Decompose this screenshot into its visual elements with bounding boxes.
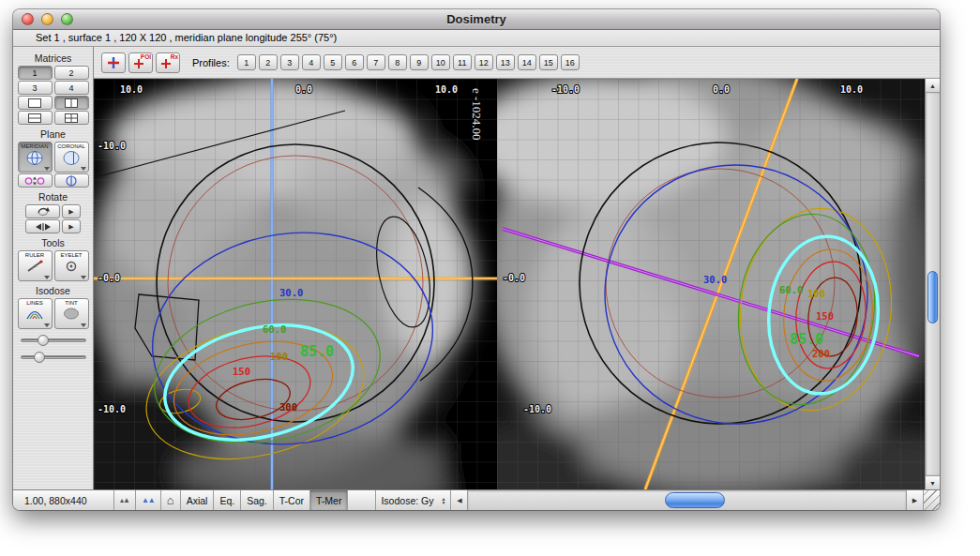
matrix-2-button[interactable]: 2 <box>54 66 89 80</box>
profile-13-button[interactable]: 13 <box>496 54 515 70</box>
rotate-longitude-step-button[interactable]: ▶ <box>62 204 81 218</box>
vertical-scroll-thumb[interactable] <box>927 271 938 323</box>
isodose-lines-button[interactable]: LINES <box>18 298 53 329</box>
home-view-button[interactable]: ⌂ <box>161 490 181 510</box>
title-bar[interactable]: Dosimetry <box>13 9 940 30</box>
isodose-units-dropdown[interactable]: Isodose: Gy ▲▼ <box>376 490 451 510</box>
slider-thumb[interactable] <box>34 352 45 363</box>
axis-label: 10.0 <box>435 84 458 95</box>
rotate-longitude-button[interactable] <box>25 204 60 218</box>
dropdown-arrow-icon <box>44 323 50 327</box>
zoom-button[interactable] <box>61 13 73 25</box>
meridian-view-panel[interactable]: 10.0 0.0 10.0 -10.0 -0.0 -10.0 30.0 60.0… <box>94 79 497 489</box>
view-axial-button[interactable]: Axial <box>181 490 215 510</box>
vertical-scrollbar[interactable]: ▲ ▼ <box>925 79 940 489</box>
slider-thumb[interactable] <box>38 335 49 346</box>
axis-label: -10.0 <box>551 84 580 95</box>
meridian-plane-button[interactable]: MERIDIAN <box>18 142 53 173</box>
hounsfield-label: e -1024.00 <box>470 88 484 141</box>
profile-7-button[interactable]: 7 <box>367 54 385 70</box>
ruler-tool-button[interactable]: RULER <box>18 250 53 281</box>
layout-two-horizontal-button[interactable] <box>18 111 53 125</box>
coronal-view-panel[interactable]: -10.0 0.0 10.0 -0.0 -10.0 30.0 60.0 100 … <box>497 79 925 489</box>
scroll-down-button[interactable]: ▼ <box>926 475 940 489</box>
circle-vertical-line-icon <box>64 175 79 187</box>
add-rx-point-button[interactable]: Rx <box>156 53 180 73</box>
dose-label-60: 60.0 <box>263 323 286 335</box>
dose-label-150: 150 <box>816 310 834 322</box>
rotate-vertical-icon <box>36 206 51 218</box>
matrix-1-button[interactable]: 1 <box>18 66 53 80</box>
isodose-lines-slider[interactable] <box>21 334 86 346</box>
left-arrow-icon: ◀ <box>457 497 461 504</box>
profile-3-button[interactable]: 3 <box>280 54 299 70</box>
poi-crosshair-icon <box>133 58 144 69</box>
profile-14-button[interactable]: 14 <box>518 54 536 70</box>
close-button[interactable] <box>22 13 34 25</box>
crosshair-pointer-button[interactable] <box>101 53 126 73</box>
profile-4-button[interactable]: 4 <box>302 54 321 70</box>
profile-10-button[interactable]: 10 <box>431 54 450 70</box>
horizontal-scrollbar[interactable] <box>468 490 907 510</box>
isodose-lines-icon <box>25 307 44 321</box>
isodose-tint-button[interactable]: TINT <box>54 298 89 329</box>
view-sag-button[interactable]: Sag. <box>241 490 274 510</box>
layout-two-vertical-button[interactable] <box>54 96 89 110</box>
profile-2-button[interactable]: 2 <box>259 54 278 70</box>
profile-16-button[interactable]: 16 <box>561 54 580 70</box>
add-poi-button[interactable]: POI <box>128 53 153 73</box>
dropdown-arrow-icon <box>44 276 50 279</box>
profile-11-button[interactable]: 11 <box>453 54 472 70</box>
profile-12-button[interactable]: 12 <box>475 54 493 70</box>
rotate-latitude-button[interactable] <box>25 219 60 233</box>
crosshair-icon <box>106 55 121 70</box>
matrices-label: Matrices <box>13 53 93 64</box>
view-tmer-button[interactable]: T-Mer <box>310 490 348 510</box>
matrix-4-button[interactable]: 4 <box>54 81 89 95</box>
view-tcor-button[interactable]: T-Cor <box>274 490 310 510</box>
zoom-out-button[interactable]: ▴▲ <box>114 490 136 510</box>
rx-superscript: Rx <box>171 54 178 60</box>
scroll-up-button[interactable]: ▲ <box>926 79 940 93</box>
slider-track <box>21 338 86 342</box>
profile-1-button[interactable]: 1 <box>237 54 256 70</box>
profile-6-button[interactable]: 6 <box>345 54 364 70</box>
profile-5-button[interactable]: 5 <box>324 54 342 70</box>
axis-label: -10.0 <box>523 404 551 414</box>
status-bar: 1.00, 880x440 ▴▲ ▲▲ ⌂ Axial Eq. Sag. T-C… <box>13 489 940 510</box>
profile-15-button[interactable]: 15 <box>539 54 558 70</box>
horizontal-scroll-thumb[interactable] <box>665 492 725 508</box>
dosimetry-window: Dosimetry Set 1 , surface 1 , 120 X 120 … <box>13 9 940 510</box>
axis-label: 10.0 <box>840 84 863 95</box>
rotate-latitude-step-button[interactable]: ▶ <box>62 219 81 233</box>
zoom-in-button[interactable]: ▲▲ <box>136 490 161 510</box>
dose-label-85: 85.0 <box>300 343 334 360</box>
eyelet-icon <box>62 259 81 274</box>
toolbar: POI Rx Profiles: 1 2 3 4 5 6 7 8 9 <box>94 47 940 79</box>
minimize-button[interactable] <box>41 13 53 25</box>
resize-grip[interactable] <box>924 490 940 510</box>
isodose-tint-slider[interactable] <box>21 351 86 363</box>
profile-8-button[interactable]: 8 <box>388 54 407 70</box>
eyelet-tool-button[interactable]: EYELET <box>54 250 89 281</box>
axis-label: -0.0 <box>503 273 525 283</box>
dropdown-arrow-icon <box>81 276 86 279</box>
scroll-right-button[interactable]: ▶ <box>907 490 924 510</box>
scroll-left-button[interactable]: ◀ <box>451 490 468 510</box>
coronal-plane-button[interactable]: CORONAL <box>54 142 89 173</box>
matrix-3-button[interactable]: 3 <box>18 81 53 95</box>
swap-poles-button[interactable] <box>18 173 53 188</box>
view-eq-button[interactable]: Eq. <box>214 490 241 510</box>
isodose-units-label: Isodose: Gy <box>381 495 433 506</box>
coronal-section-button[interactable] <box>54 173 89 188</box>
window-title: Dosimetry <box>13 12 940 26</box>
rx-crosshair-icon <box>160 58 172 69</box>
dose-label-30: 30.0 <box>279 287 303 298</box>
dropdown-arrow-icon <box>81 323 86 327</box>
axis-label: -0.0 <box>98 273 120 283</box>
axis-label: -10.0 <box>98 404 126 414</box>
profile-9-button[interactable]: 9 <box>410 54 429 70</box>
vertical-scroll-track[interactable] <box>926 93 940 475</box>
layout-single-pane-button[interactable] <box>18 96 53 110</box>
layout-four-pane-button[interactable] <box>54 111 89 125</box>
